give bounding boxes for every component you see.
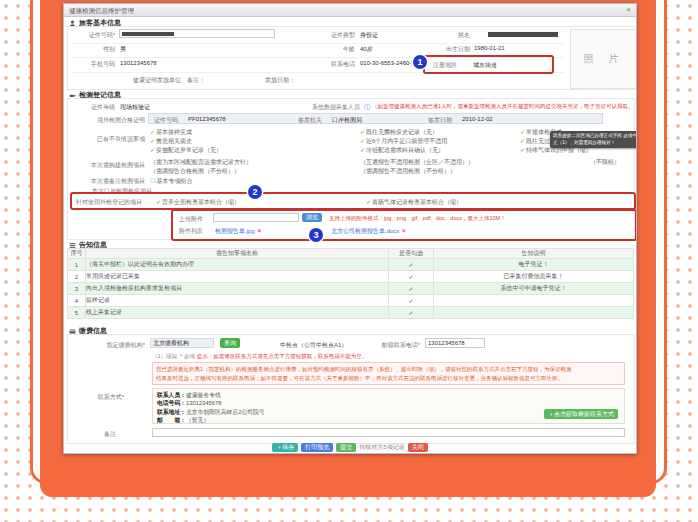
table-row[interactable]: 4 留样记录 ✓ <box>68 295 634 307</box>
checkbox-item[interactable]: ✓基本接种完成 <box>150 128 192 137</box>
item-label: 既往无菌检疫史记录（无） <box>366 129 438 135</box>
divider <box>72 43 564 44</box>
table-row[interactable]: 5 线上采集记录 ✓ <box>68 307 634 319</box>
col-header: 告知说明 <box>434 249 634 259</box>
phone-label: 手机号码 <box>68 60 115 69</box>
submit-button[interactable]: 提交 <box>336 443 356 452</box>
need-item[interactable]: （互通报告不适用检测（全区／不适用）） <box>360 158 474 167</box>
checkbox-item[interactable]: ✓既往无菌检疫史记录（无） <box>360 128 438 137</box>
close-button[interactable]: 关闭 <box>408 443 428 452</box>
need-item[interactable]: （需调报告合格检测（不分组）） <box>150 167 240 176</box>
cert-org-label: 签发机关 <box>298 116 328 125</box>
col-header: 序号 <box>68 249 86 259</box>
tooltip: 因系统前二次区域已办理正式手续 必须中止（1），对需退回办理核对！ <box>550 131 637 148</box>
row-name: 留样记录 <box>86 295 389 307</box>
region-label: 注册地区 <box>433 61 463 70</box>
row-check-icon[interactable]: ✓ <box>389 259 434 271</box>
checkbox-item[interactable]: ✓疫苗配送异常记录（无） <box>150 146 222 155</box>
row-check-icon[interactable]: ✓ <box>389 283 434 295</box>
use-item[interactable]: ✓营养全面检查基本组合（缩） <box>156 198 240 207</box>
print-button[interactable]: 打印预览 <box>301 443 333 452</box>
upload-label: 上传附件 <box>179 215 207 224</box>
region-value: 城东街道 <box>473 61 497 70</box>
close-icon[interactable]: × <box>626 5 631 14</box>
name-redaction <box>488 32 558 37</box>
extra-label: 本次需备注检测项目 <box>68 177 145 186</box>
issue-label: 健康证明发放单位 备注： <box>68 76 205 85</box>
gender-label: 性别 <box>68 45 115 54</box>
row-check-icon[interactable]: ✓ <box>389 271 434 283</box>
checkbox-item[interactable]: ✓曾患相关病史 <box>150 137 192 146</box>
cert-org-value: 口岸检测局 <box>332 116 362 125</box>
checkbox-item[interactable]: ✓近6个月内手足口病管理不适用 <box>360 137 447 146</box>
mail-input[interactable] <box>425 338 485 348</box>
unchecked-icon: ☐ <box>150 178 155 184</box>
use-item[interactable]: ✓胃肠气体记录检查基本组合（缩） <box>366 198 462 207</box>
check-icon: ✓ <box>150 147 155 153</box>
row-no: 4 <box>68 295 86 307</box>
contact-info-box: 联系人员：健康服务专线 电话号码：13012345678 联系地址：北京市朝阳区… <box>152 388 625 424</box>
check-icon: ✓ <box>360 129 365 135</box>
refresh-contact-button[interactable]: ＋点击获取最新联系方式 <box>544 409 618 419</box>
save-button[interactable]: ＋保存 <box>272 443 298 452</box>
info-value: 健康服务专线 <box>186 392 221 398</box>
contact-tip: （1）须知 ＊必填 提示：如需修改联系方式请先点击下方按钮获取，联系电话不能为空… <box>152 353 367 360</box>
pay-org-input[interactable] <box>150 338 214 348</box>
info-value: 13012345678 <box>186 400 221 406</box>
col-header: 需告知事项名称 <box>86 249 389 259</box>
info-line: 联系人员：健康服务专线 <box>157 391 620 399</box>
upload-hint: 支持上传的附件格式：jpg、png、gif、pdf、doc、docx，最大上传1… <box>329 215 629 222</box>
contact-alert-box: 您已选择最近距离1（指定机构）的检测服务网点进行缴费，如对预约检测时间的校核有异… <box>152 362 625 385</box>
collector-warning: （如受理健康检测人员已满1人时，需重新受理检测人员并在规定时间内提交相关凭证，电… <box>372 103 630 110</box>
notice-table-wrap: 序号 需告知事项名称 是否勾选 告知说明 1 （海关申报栏）以此证明在有效期内办… <box>67 248 634 319</box>
id-number-redaction <box>122 32 174 36</box>
row-remark <box>434 295 634 307</box>
item-label: 营养全面检查基本组合（缩） <box>162 199 240 205</box>
issue-date-label: 发放日期： <box>265 76 325 85</box>
item-label: 疫苗配送异常记录（无） <box>156 147 222 153</box>
cert-date-value: 2010-12-02 <box>462 116 493 122</box>
cert-no-value: PF012345678 <box>188 116 226 122</box>
remove-attachment-icon[interactable]: ✕ <box>257 228 262 234</box>
col-header: 是否勾选 <box>389 249 434 259</box>
row-check-icon[interactable]: ✓ <box>389 307 434 319</box>
item-label: 基本接种完成 <box>156 129 192 135</box>
remove-attachment-icon[interactable]: ✕ <box>401 228 406 234</box>
browse-button[interactable]: 浏览 <box>302 213 322 222</box>
region-highlight-box: 注册地区 城东街道 <box>423 55 554 74</box>
item-label: 曾患相关病史 <box>156 138 192 144</box>
search-button[interactable]: 查询 <box>220 338 240 348</box>
tip-plain: （1）须知 ＊必填 <box>152 353 195 359</box>
info-value: 北京市朝阳区高碑店2公司院号 <box>186 409 265 415</box>
need-item[interactable]: （需调报告不适用检测（不分组）） <box>360 167 456 176</box>
info-label: 联系地址： <box>157 409 186 415</box>
remark-input[interactable] <box>152 428 625 437</box>
extra-checkbox-item[interactable]: ☐基本专项组合 <box>150 177 192 186</box>
table-row[interactable]: 2 常用痕迹记录已采集 ✓ 已采集付费信息采集！ <box>68 271 634 283</box>
need-item[interactable]: （需为本区域配船营运需求记录方针） <box>150 158 252 167</box>
alert-line: 结果及时送达，正确填写有效的联系电话；如不符需要，可在该方式（关于重新校验）中，… <box>156 374 621 383</box>
attachment-link[interactable]: 检测报告单.jpg <box>215 228 255 234</box>
row-no: 3 <box>68 283 86 295</box>
remark-label: 备注 <box>98 430 116 439</box>
row-check-icon[interactable]: ✓ <box>389 295 434 307</box>
callout-3: 3 <box>309 228 323 242</box>
check-icon: ✓ <box>360 147 365 153</box>
table-row[interactable]: 3 向出入境检验检疫机构要求复检项目 ✓ 系统中可申请电子凭证！ <box>68 283 634 295</box>
table-row[interactable]: 1 （海关申报栏）以此证明在有效期内办理 ✓ 电子凭证！ <box>68 259 634 271</box>
use-label: 针对使用外检登记的项目 <box>76 198 152 207</box>
cert-label: 境外检测合格证明 <box>68 116 145 125</box>
checkbox-item[interactable]: ✓冷链配送需求科目确认（无） <box>360 146 444 155</box>
check-icon: ✓ <box>156 199 161 205</box>
age-value: 40岁 <box>360 45 373 54</box>
need-label: 本次需购建检测项目 <box>68 161 145 170</box>
attachment-item: 北京公司检测报告单.docx✕ <box>331 227 406 236</box>
gender-value: 男 <box>120 45 126 54</box>
use-highlight-box: 针对使用外检登记的项目 ✓营养全面检查基本组合（缩） ✓胃肠气体记录检查基本组合… <box>70 192 636 210</box>
upload-input[interactable] <box>213 213 299 222</box>
attachment-link[interactable]: 北京公司检测报告单.docx <box>331 228 399 234</box>
history-label: 已有不良情况事项 <box>68 135 145 144</box>
row-name: 线上采集记录 <box>86 307 389 319</box>
item-label: 基本专项组合 <box>156 178 192 184</box>
item-label: 近6个月内手足口病管理不适用 <box>366 138 447 144</box>
